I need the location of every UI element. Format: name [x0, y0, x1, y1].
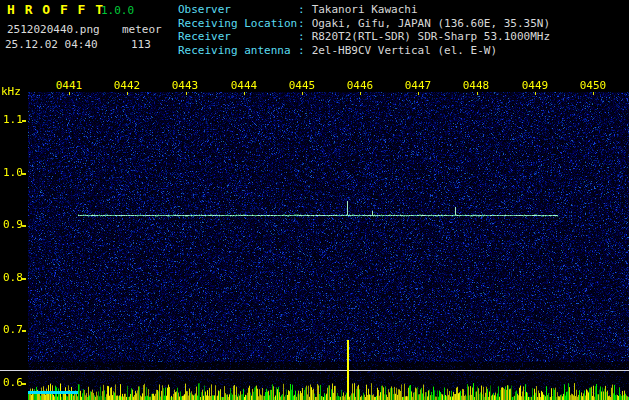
- y-tick-label: 1.1: [3, 113, 29, 126]
- x-tick-label: 0448: [452, 79, 500, 92]
- info-colon: :: [298, 44, 305, 57]
- y-tick-label: 0.9: [3, 218, 29, 231]
- info-row-receiver: Receiver:R820T2(RTL-SDR) SDR-Sharp 53.10…: [178, 30, 550, 44]
- capture-timestamp: 25.12.02 04:40: [5, 38, 98, 51]
- x-tick-label: 0441: [45, 79, 93, 92]
- app-title: H R O F F T: [7, 2, 104, 17]
- info-row-observer: Observer:Takanori Kawachi: [178, 3, 550, 17]
- x-tick-label: 0442: [103, 79, 151, 92]
- x-tick-label: 0443: [161, 79, 209, 92]
- x-tick-label: 0449: [511, 79, 559, 92]
- x-tick-label: 0446: [336, 79, 384, 92]
- capture-filename: 2512020440.png: [7, 23, 100, 36]
- info-colon: :: [298, 30, 305, 43]
- spectrogram-canvas: [0, 92, 629, 400]
- observation-mode-label: meteor: [122, 23, 162, 36]
- info-row-antenna: Receiving antenna:2el-HB9CV Vertical (el…: [178, 44, 550, 58]
- hrofft-screen: H R O F F T 1.0.0 2512020440.png meteor …: [0, 0, 629, 400]
- x-tick-label: 0450: [569, 79, 617, 92]
- app-version: 1.0.0: [101, 4, 134, 17]
- info-label: Receiver: [178, 30, 298, 44]
- y-axis-unit: kHz: [1, 85, 21, 98]
- info-label: Receiving Location: [178, 17, 298, 31]
- info-row-location: Receiving Location:Ogaki, Gifu, JAPAN (1…: [178, 17, 550, 31]
- info-value: Ogaki, Gifu, JAPAN (136.60E, 35.35N): [312, 17, 550, 30]
- y-tick-label: 0.8: [3, 271, 29, 284]
- x-tick-label: 0447: [394, 79, 442, 92]
- info-colon: :: [298, 3, 305, 16]
- info-label: Observer: [178, 3, 298, 17]
- info-value: 2el-HB9CV Vertical (el. E-W): [312, 44, 497, 57]
- y-tick-label: 0.6: [3, 376, 29, 389]
- x-tick-label: 0444: [220, 79, 268, 92]
- info-label: Receiving antenna: [178, 44, 298, 58]
- info-value: R820T2(RTL-SDR) SDR-Sharp 53.1000MHz: [312, 30, 550, 43]
- y-tick-label: 1.0: [3, 166, 29, 179]
- info-value: Takanori Kawachi: [312, 3, 418, 16]
- station-info: Observer:Takanori Kawachi Receiving Loca…: [178, 3, 550, 57]
- echo-count: 113: [131, 38, 151, 51]
- x-tick-label: 0445: [278, 79, 326, 92]
- info-colon: :: [298, 17, 305, 30]
- y-tick-label: 0.7: [3, 323, 29, 336]
